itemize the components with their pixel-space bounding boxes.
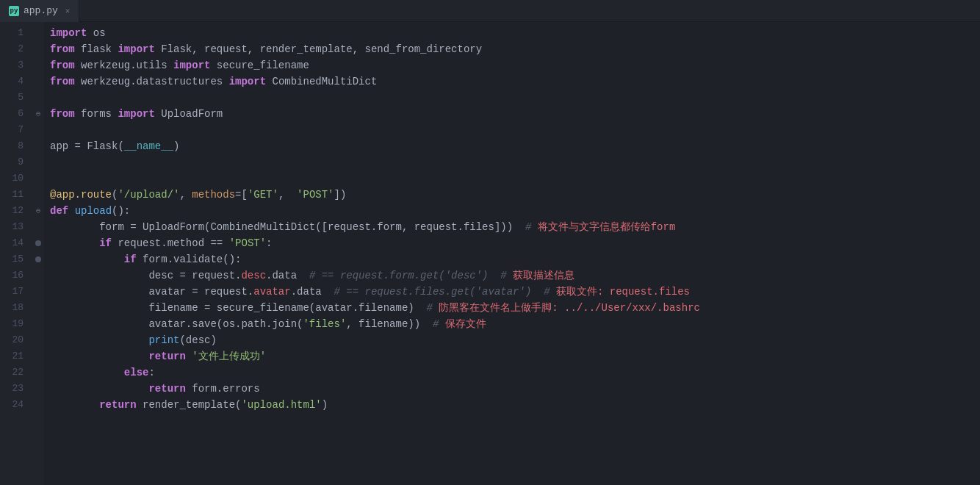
code-content[interactable]: import osfrom flask import Flask, reques… (44, 22, 980, 485)
tab-close-icon[interactable]: ✕ (65, 6, 71, 15)
gutter-icon-3 (32, 57, 44, 73)
code-line-23: return form.errors (50, 381, 980, 397)
line-number-12: 12 (6, 203, 24, 219)
line-number-8: 8 (6, 138, 24, 154)
line-number-2: 2 (6, 41, 24, 57)
code-line-12: def upload(): (50, 203, 980, 219)
line-number-18: 18 (6, 300, 24, 316)
gutter-icon-7 (32, 122, 44, 138)
code-line-5 (50, 90, 980, 106)
code-line-19: avatar.save(os.path.join('files', filena… (50, 316, 980, 332)
code-line-24: return render_template('upload.html') (50, 397, 980, 413)
code-line-10 (50, 170, 980, 187)
gutter: ⊖⊖ (32, 22, 44, 485)
code-line-20: print(desc) (50, 332, 980, 348)
gutter-icon-21 (32, 348, 44, 364)
code-line-4: from werkzeug.datastructures import Comb… (50, 73, 980, 90)
line-numbers: 123456789101112131415161718192021222324 (0, 22, 32, 485)
line-number-13: 13 (6, 219, 24, 235)
gutter-icon-11 (32, 187, 44, 203)
tab-bar: py app.py ✕ (0, 0, 980, 22)
gutter-icon-5 (32, 90, 44, 106)
code-line-9 (50, 154, 980, 170)
code-line-18: filename = secure_filename(avatar.filena… (50, 300, 980, 316)
code-line-17: avatar = request.avatar.data # == reques… (50, 284, 980, 300)
editor-area: 123456789101112131415161718192021222324 … (0, 22, 980, 485)
line-number-15: 15 (6, 251, 24, 267)
line-number-3: 3 (6, 57, 24, 73)
tab-app-py[interactable]: py app.py ✕ (0, 0, 79, 22)
code-line-3: from werkzeug.utils import secure_filena… (50, 57, 980, 73)
line-number-5: 5 (6, 90, 24, 106)
line-number-16: 16 (6, 267, 24, 284)
line-number-11: 11 (6, 187, 24, 203)
python-file-icon: py (9, 6, 19, 16)
line-number-21: 21 (6, 348, 24, 364)
code-line-11: @app.route('/upload/', methods=['GET', '… (50, 187, 980, 203)
gutter-icon-23 (32, 381, 44, 397)
tab-filename: app.py (24, 5, 58, 16)
line-number-6: 6 (6, 106, 24, 122)
gutter-icon-15 (32, 251, 44, 267)
gutter-icon-24 (32, 397, 44, 413)
line-number-19: 19 (6, 316, 24, 332)
gutter-icon-17 (32, 284, 44, 300)
code-line-1: import os (50, 25, 980, 41)
gutter-icon-14 (32, 235, 44, 251)
line-number-14: 14 (6, 235, 24, 251)
code-line-8: app = Flask(__name__) (50, 138, 980, 154)
line-number-4: 4 (6, 73, 24, 90)
gutter-icon-22 (32, 364, 44, 381)
gutter-icon-8 (32, 138, 44, 154)
gutter-icon-6: ⊖ (32, 106, 44, 122)
code-line-6: from forms import UploadForm (50, 106, 980, 122)
line-number-24: 24 (6, 397, 24, 413)
line-number-9: 9 (6, 154, 24, 170)
gutter-icon-16 (32, 267, 44, 284)
code-line-7 (50, 122, 980, 138)
gutter-icon-10 (32, 170, 44, 187)
code-line-2: from flask import Flask, request, render… (50, 41, 980, 57)
code-line-15: if form.validate(): (50, 251, 980, 267)
line-number-23: 23 (6, 381, 24, 397)
code-line-21: return '文件上传成功' (50, 348, 980, 364)
line-number-7: 7 (6, 122, 24, 138)
code-line-14: if request.method == 'POST': (50, 235, 980, 251)
code-line-22: else: (50, 364, 980, 381)
gutter-icon-2 (32, 41, 44, 57)
gutter-icon-13 (32, 219, 44, 235)
line-number-17: 17 (6, 284, 24, 300)
gutter-icon-4 (32, 73, 44, 90)
line-number-20: 20 (6, 332, 24, 348)
line-number-1: 1 (6, 25, 24, 41)
gutter-icon-20 (32, 332, 44, 348)
code-line-13: form = UploadForm(CombinedMultiDict([req… (50, 219, 980, 235)
code-line-16: desc = request.desc.data # == request.fo… (50, 267, 980, 284)
gutter-icon-9 (32, 154, 44, 170)
gutter-icon-18 (32, 300, 44, 316)
line-number-22: 22 (6, 364, 24, 381)
gutter-icon-1 (32, 25, 44, 41)
line-number-10: 10 (6, 170, 24, 187)
gutter-icon-12: ⊖ (32, 203, 44, 219)
gutter-icon-19 (32, 316, 44, 332)
